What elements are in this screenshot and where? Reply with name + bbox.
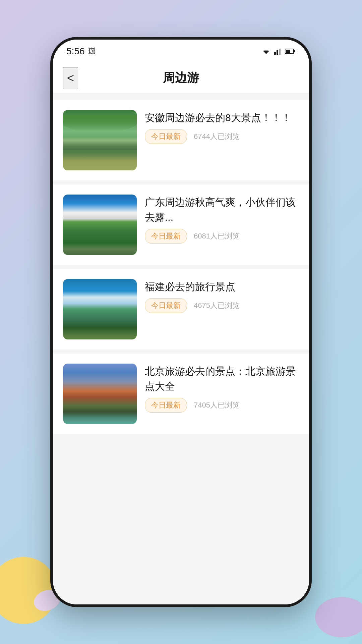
svg-rect-6	[286, 50, 290, 53]
article-card[interactable]: 北京旅游必去的景点：北京旅游景点大全 今日最新 7405人已浏览	[53, 354, 309, 434]
phone-frame: 5:56 🖼 < 周边游	[50, 37, 312, 607]
svg-rect-4	[279, 49, 281, 55]
article-image	[63, 364, 137, 424]
tag-latest: 今日最新	[145, 129, 187, 144]
view-count: 7405人已浏览	[194, 400, 240, 410]
page-header: < 周边游	[53, 63, 309, 93]
view-count: 6744人已浏览	[194, 131, 240, 142]
article-title: 福建必去的旅行景点	[145, 279, 299, 294]
back-button[interactable]: <	[63, 67, 78, 89]
article-title: 安徽周边游必去的8大景点！！！	[145, 110, 299, 125]
article-meta: 今日最新 4675人已浏览	[145, 298, 299, 313]
view-count: 4675人已浏览	[194, 301, 240, 311]
article-card[interactable]: 安徽周边游必去的8大景点！！！ 今日最新 6744人已浏览	[53, 100, 309, 180]
svg-rect-3	[277, 50, 278, 55]
signal-icon	[274, 48, 282, 55]
view-count: 6081人已浏览	[194, 231, 240, 241]
article-title: 北京旅游必去的景点：北京旅游景点大全	[145, 364, 299, 394]
svg-rect-7	[294, 50, 295, 52]
article-title: 广东周边游秋高气爽，小伙伴们该去露...	[145, 195, 299, 225]
article-list: 安徽周边游必去的8大景点！！！ 今日最新 6744人已浏览 广东周边游秋高气爽，…	[53, 93, 309, 604]
article-info: 福建必去的旅行景点 今日最新 4675人已浏览	[145, 279, 299, 313]
tag-latest: 今日最新	[145, 298, 187, 313]
wifi-icon	[261, 48, 271, 55]
tag-latest: 今日最新	[145, 229, 187, 244]
media-icon: 🖼	[88, 47, 96, 56]
article-meta: 今日最新 6081人已浏览	[145, 229, 299, 244]
bg-decoration-2	[315, 597, 362, 637]
page-title: 周边游	[163, 70, 199, 86]
article-info: 广东周边游秋高气爽，小伙伴们该去露... 今日最新 6081人已浏览	[145, 195, 299, 244]
article-image	[63, 195, 137, 255]
article-meta: 今日最新 7405人已浏览	[145, 398, 299, 413]
article-image	[63, 279, 137, 339]
status-bar: 5:56 🖼	[53, 40, 309, 63]
battery-icon	[285, 48, 296, 54]
tag-latest: 今日最新	[145, 398, 187, 413]
article-meta: 今日最新 6744人已浏览	[145, 129, 299, 144]
article-image	[63, 110, 137, 170]
status-time: 5:56	[66, 46, 85, 57]
article-info: 安徽周边游必去的8大景点！！！ 今日最新 6744人已浏览	[145, 110, 299, 144]
article-card[interactable]: 广东周边游秋高气爽，小伙伴们该去露... 今日最新 6081人已浏览	[53, 184, 309, 265]
status-icons	[261, 48, 296, 55]
article-card[interactable]: 福建必去的旅行景点 今日最新 4675人已浏览	[53, 269, 309, 350]
svg-rect-2	[274, 52, 276, 55]
article-info: 北京旅游必去的景点：北京旅游景点大全 今日最新 7405人已浏览	[145, 364, 299, 413]
